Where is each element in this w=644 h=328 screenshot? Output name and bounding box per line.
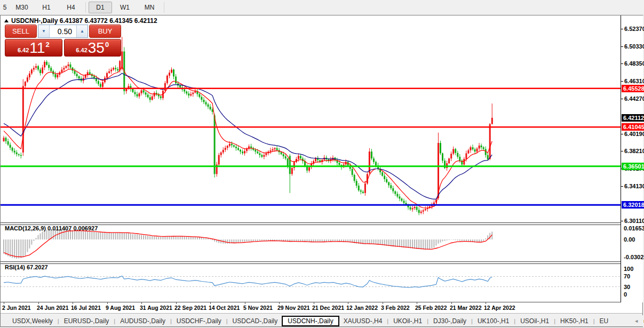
date-label: 21 Dec 2021 [312,305,344,311]
chart-tab-xauusd-h4[interactable]: XAUUSD-,H4 [339,316,387,326]
timeframe-button-5[interactable]: 5 [1,2,9,13]
timeframe-toolbar: 5M30H1H4D1W1MN [0,0,644,15]
tab-separator: | [471,318,473,324]
date-label: 12 Apr 2022 [484,305,515,311]
date-tick [73,302,73,304]
date-tick [451,302,452,304]
rsi-chart-canvas[interactable] [1,263,621,302]
chart-ohlc-values: 6.41387 6.43772 6.41345 6.42112 [60,17,157,25]
toolbar-separator [85,2,86,13]
sell-price-panel[interactable]: 6.42 11 2 [5,39,62,57]
price-axis-tick: 6.52370 [624,26,644,32]
timeframe-button-h1[interactable]: H1 [35,2,58,13]
date-tick [417,302,417,304]
buy-button[interactable]: BUY [89,25,121,38]
volume-increase-button[interactable]: ▲ [76,25,88,37]
chart-tab-usdchf-daily[interactable]: USDCHF-,Daily [172,316,226,326]
chart-tab-dj30-daily[interactable]: DJ30-,Daily [429,316,471,326]
chart-window: 6.523706.503306.483506.463106.442706.401… [0,15,643,327]
timeframe-button-d1[interactable]: D1 [89,2,112,13]
price-tag: 6.41045 [622,123,644,131]
price-axis-tick: 6.38210 [624,148,644,154]
macd-axis-tick: 0.00 [624,236,635,243]
date-label: 5 Nov 2021 [243,305,273,311]
volume-decrease-button[interactable]: ▼ [38,25,50,37]
date-tick [107,302,108,304]
chart-symbol: USDCNH-,Daily [11,17,58,25]
tab-scroll-arrows: ◄ ► [631,317,644,325]
chart-tab-usdx-weekly[interactable]: USDX,Weekly [8,316,57,326]
ma-slow-line [4,73,492,199]
price-axis-tick: 6.44270 [624,95,644,102]
tab-separator: | [58,318,59,324]
rsi-axis-tick: 30 [624,284,630,290]
rsi-indicator-label: RSI(14) 67.2027 [5,264,48,270]
volume-spinner: ▼ ▲ [38,25,88,38]
tab-separator: | [593,318,595,324]
rsi-line [4,276,492,287]
date-tick [279,302,280,304]
sell-price-small: 6.42 [18,47,29,53]
macd-indicator-label: MACD(12,26,9) 0.011407 0.006927 [5,225,98,231]
chart-title-row: USDCNH-,Daily 6.41387 6.43772 6.41345 6.… [4,17,157,25]
date-tick [314,302,314,304]
candles-group [1,37,621,215]
chart-tab-audusd-daily[interactable]: AUDUSD-,Daily [116,316,170,326]
price-tag: 6.32018 [622,201,644,209]
macd-axis-tick: 0.01653 [624,225,644,231]
date-axis: 2 Jun 202124 Jun 202116 Jul 20219 Aug 20… [1,303,642,313]
buy-price-sup: 0 [105,41,109,49]
chart-tab-eu[interactable]: EU [595,316,613,326]
buy-price-big: 35 [88,41,105,55]
chart-tab-hk50-h1[interactable]: HK50-,H1 [556,316,593,326]
ma-fast-line [4,67,492,208]
tab-separator: | [554,318,555,324]
sell-button[interactable]: SELL [5,25,37,38]
buy-price-panel[interactable]: 6.42 35 0 [64,39,122,57]
toolbar-separator [164,2,164,13]
date-label: 25 Feb 2022 [415,305,447,311]
date-tick [4,302,4,304]
date-tick [383,302,383,304]
price-tag: 6.45528 [622,85,644,92]
date-label: 22 Sep 2021 [174,305,206,311]
timeframe-button-m30[interactable]: M30 [10,2,34,13]
chart-title: USDCNH-,Daily 6.41387 6.43772 6.41345 6.… [11,17,157,25]
tab-separator: | [387,318,388,324]
date-tick [176,302,177,304]
chart-tab-usdcnh-daily[interactable]: USDCNH-,Daily [282,316,339,326]
date-label: 2 Jun 2021 [2,305,31,311]
timeframe-button-mn[interactable]: MN [138,2,161,13]
date-tick [38,302,39,304]
sell-price-sup: 2 [45,41,49,49]
collapse-triangle-icon[interactable] [4,19,9,22]
date-label: 16 Jul 2021 [71,305,101,311]
date-tick [141,302,142,304]
price-axis-tick: 6.40190 [624,131,644,137]
price-axis-tick: 6.50330 [624,43,644,50]
volume-input[interactable] [50,25,76,37]
date-label: 29 Nov 2021 [277,305,310,311]
date-label: 14 Oct 2021 [209,305,240,311]
timeframe-button-w1[interactable]: W1 [113,2,137,13]
date-label: 21 Mar 2022 [450,305,482,311]
chart-tab-ukoil-h1[interactable]: UKOil-,H1 [389,316,426,326]
chart-tab-usoil-h1[interactable]: USOil-,H1 [516,316,553,326]
chart-tab-usdcad-daily[interactable]: USDCAD-,Daily [228,316,282,326]
date-tick [245,302,245,304]
date-tick [348,302,348,304]
timeframe-button-h4[interactable]: H4 [59,2,83,13]
rsi-axis-tick: 100 [624,266,633,272]
sell-price-big: 11 [29,41,45,55]
tab-scroll-left-icon[interactable]: ◄ [634,317,639,325]
chart-tab-eurusd-daily[interactable]: EURUSD-,Daily [60,316,114,326]
price-axis-tick: 6.48350 [624,60,644,67]
tab-separator: | [427,318,428,324]
tab-separator: | [226,318,228,324]
tab-separator: | [514,318,515,324]
rsi-axis-tick: 0 [624,291,627,298]
trading-terminal-window: { "toolbar": { "timeframes": [ {"label":… [0,0,644,328]
macd-axis-tick: -0.03023 [624,254,644,260]
chart-tab-uk100-h1[interactable]: UK100-,H1 [473,316,513,326]
macd-histogram [4,229,492,259]
